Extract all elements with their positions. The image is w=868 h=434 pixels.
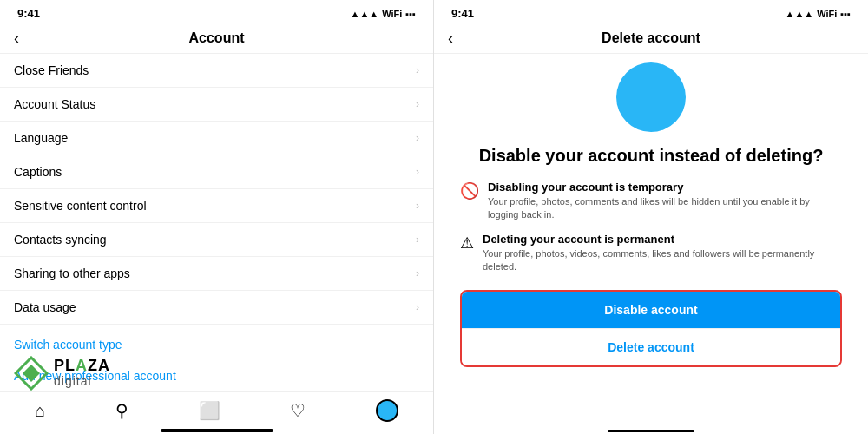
disable-info-text: Disabling your account is temporary Your…: [488, 181, 842, 222]
chevron-icon: ›: [416, 301, 419, 313]
chevron-icon: ›: [416, 267, 419, 279]
menu-item-account-status[interactable]: Account Status ›: [0, 88, 433, 122]
battery-icon: ▪▪▪: [405, 9, 416, 19]
back-button-left[interactable]: ‹: [14, 30, 19, 48]
status-bar-left: 9:41 ▲▲▲ WiFi ▪▪▪: [0, 0, 433, 23]
menu-item-label: Sharing to other apps: [14, 266, 130, 280]
nav-home-icon[interactable]: ⌂: [35, 401, 45, 421]
menu-item-label: Language: [14, 131, 68, 145]
menu-item-label: Data usage: [14, 300, 76, 314]
info-item-delete: ⚠ Deleting your account is permanent You…: [460, 233, 842, 274]
watermark: PLAZA digital: [14, 356, 110, 391]
menu-item-contacts-syncing[interactable]: Contacts syncing ›: [0, 223, 433, 257]
time-right: 9:41: [451, 7, 474, 20]
delete-icon: ⚠: [460, 233, 474, 253]
battery-icon-right: ▪▪▪: [840, 9, 851, 19]
svg-marker-1: [23, 365, 40, 382]
time-left: 9:41: [17, 7, 40, 20]
status-icons-right: ▲▲▲ WiFi ▪▪▪: [786, 9, 852, 19]
menu-item-label: Account Status: [14, 97, 95, 111]
home-indicator-right: [608, 430, 694, 432]
watermark-text: PLAZA digital: [54, 358, 110, 388]
menu-list: Close Friends › Account Status › Languag…: [0, 54, 433, 329]
nav-avatar-icon[interactable]: [376, 399, 398, 422]
right-panel: 9:41 ▲▲▲ WiFi ▪▪▪ ‹ Delete account Disab…: [434, 0, 868, 434]
chevron-icon: ›: [416, 132, 419, 144]
nav-reels-icon[interactable]: ⬜: [199, 400, 220, 421]
menu-item-label: Close Friends: [14, 63, 89, 77]
disable-account-button[interactable]: Disable account: [462, 292, 840, 328]
page-title-left: Account: [189, 30, 245, 46]
chevron-icon: ›: [416, 233, 419, 246]
right-content: Disable your account instead of deleting…: [434, 54, 868, 426]
chevron-icon: ›: [416, 166, 419, 178]
disable-icon: 🚫: [460, 181, 479, 201]
nav-search-icon[interactable]: ⚲: [115, 400, 128, 421]
page-title-right: Delete account: [602, 30, 700, 46]
back-button-right[interactable]: ‹: [448, 30, 453, 48]
left-panel: 9:41 ▲▲▲ WiFi ▪▪▪ ‹ Account Close Friend…: [0, 0, 434, 434]
info-item-disable: 🚫 Disabling your account is temporary Yo…: [460, 181, 842, 222]
disable-info-title: Disabling your account is temporary: [488, 181, 842, 194]
menu-item-close-friends[interactable]: Close Friends ›: [0, 54, 433, 88]
chevron-icon: ›: [416, 98, 419, 110]
nav-activity-icon[interactable]: ♡: [290, 400, 306, 421]
delete-info-desc: Your profile, photos, videos, comments, …: [483, 247, 842, 274]
status-bar-right: 9:41 ▲▲▲ WiFi ▪▪▪: [434, 0, 868, 23]
disable-heading: Disable your account instead of deleting…: [479, 144, 824, 167]
delete-info-text: Deleting your account is permanent Your …: [483, 233, 842, 274]
plaza-logo: [14, 356, 49, 391]
menu-item-label: Sensitive content control: [14, 199, 147, 213]
avatar-circle: [616, 62, 686, 132]
disable-info-desc: Your profile, photos, comments and likes…: [488, 195, 842, 222]
wifi-icon-right: WiFi: [817, 9, 837, 19]
delete-account-button[interactable]: Delete account: [462, 328, 840, 365]
menu-item-captions[interactable]: Captions ›: [0, 155, 433, 189]
signal-icon: ▲▲▲: [351, 9, 379, 19]
menu-item-label: Captions: [14, 165, 62, 179]
bottom-nav: ⌂ ⚲ ⬜ ♡: [0, 391, 433, 425]
menu-item-label: Contacts syncing: [14, 233, 107, 247]
status-icons-left: ▲▲▲ WiFi ▪▪▪: [351, 9, 417, 19]
signal-icon-right: ▲▲▲: [786, 9, 814, 19]
chevron-icon: ›: [416, 64, 419, 76]
menu-item-language[interactable]: Language ›: [0, 122, 433, 155]
delete-info-title: Deleting your account is permanent: [483, 233, 842, 246]
home-indicator-left: [161, 429, 273, 432]
menu-item-data-usage[interactable]: Data usage ›: [0, 291, 433, 325]
nav-header-right: ‹ Delete account: [434, 23, 868, 54]
action-buttons-container: Disable account Delete account: [460, 290, 842, 367]
wifi-icon: WiFi: [382, 9, 402, 19]
chevron-icon: ›: [416, 200, 419, 212]
menu-item-sensitive-content-control[interactable]: Sensitive content control ›: [0, 189, 433, 223]
nav-header-left: ‹ Account: [0, 23, 433, 54]
menu-item-sharing-to-other-apps[interactable]: Sharing to other apps ›: [0, 257, 433, 291]
